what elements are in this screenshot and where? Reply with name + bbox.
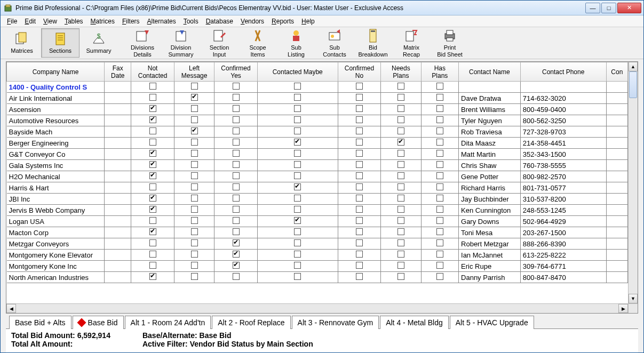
checkbox[interactable] [294,206,301,213]
checkbox[interactable] [356,239,363,246]
tab-alt-3-rennovate-gym[interactable]: Alt 3 - Rennovate Gym [292,316,379,329]
checkbox[interactable] [149,116,156,123]
contact-name-cell[interactable]: Ken Cunnington [459,205,521,216]
checkbox[interactable] [356,273,363,280]
checkbox[interactable] [191,139,198,146]
checkbox[interactable] [294,273,301,280]
checkbox[interactable] [191,206,198,213]
checkbox[interactable] [436,150,443,157]
contact-phone-cell[interactable]: 800-847-8470 [520,272,606,283]
checkbox[interactable] [397,94,404,101]
checkbox[interactable] [397,83,404,90]
minimize-button[interactable]: — [585,3,600,13]
checkbox[interactable] [149,150,156,157]
checkbox[interactable] [191,217,198,224]
column-header[interactable]: HasPlans [421,62,458,82]
contact-name-cell[interactable]: Richard Harris [459,182,521,194]
tab-base-bid-alts[interactable]: Base Bid + Alts [9,316,71,329]
checkbox[interactable] [294,217,301,224]
checkbox[interactable] [233,239,240,246]
checkbox[interactable] [294,150,301,157]
checkbox[interactable] [294,83,301,90]
checkbox[interactable] [356,251,363,258]
checkbox[interactable] [294,116,301,123]
checkbox[interactable] [356,127,363,134]
checkbox[interactable] [397,217,404,224]
checkbox[interactable] [397,183,404,190]
contact-name-cell[interactable]: Eric Rupe [459,261,521,272]
checkbox[interactable] [436,195,443,202]
tab-alt-4-metal-bldg[interactable]: Alt 4 - Metal Bldg [380,316,449,329]
toolbar-summary-button[interactable]: $Summary [79,28,118,58]
checkbox[interactable] [436,251,443,258]
column-header[interactable]: ConfirmedYes [214,62,257,82]
checkbox[interactable] [436,127,443,134]
checkbox[interactable] [233,183,240,190]
checkbox[interactable] [191,262,198,269]
checkbox[interactable] [397,161,404,168]
table-row[interactable]: G&T Conveyor CoMatt Martin352-343-1500 [7,149,628,160]
checkbox[interactable] [356,228,363,235]
checkbox[interactable] [191,239,198,246]
checkbox[interactable] [436,217,443,224]
checkbox[interactable] [191,195,198,202]
checkbox[interactable] [436,273,443,280]
contact-phone-cell[interactable]: 800-562-3250 [520,115,606,126]
checkbox[interactable] [191,172,198,179]
menu-tools[interactable]: Tools [180,17,202,26]
checkbox[interactable] [294,195,301,202]
checkbox[interactable] [149,83,156,90]
toolbar-divdetails-button[interactable]: DivisionsDetails [123,28,162,58]
checkbox[interactable] [356,150,363,157]
checkbox[interactable] [294,139,301,146]
menu-help[interactable]: Help [298,17,318,26]
menu-database[interactable]: Database [203,17,236,26]
checkbox[interactable] [149,139,156,146]
checkbox[interactable] [294,105,301,112]
checkbox[interactable] [356,116,363,123]
column-header[interactable]: Contact Phone [520,62,606,82]
checkbox[interactable] [233,105,240,112]
company-cell[interactable]: H2O Mechanical [7,171,105,182]
company-cell[interactable]: Ascension [7,104,105,115]
checkbox[interactable] [233,172,240,179]
checkbox[interactable] [233,161,240,168]
table-row[interactable]: AscensionBrent Williams800-459-0400 [7,104,628,115]
tab-base-bid[interactable]: Base Bid [73,316,124,329]
checkbox[interactable] [397,206,404,213]
table-row[interactable]: Jervis B Webb CompanyKen Cunnington248-5… [7,205,628,216]
contact-name-cell[interactable]: Gary Downs [459,216,521,227]
contact-name-cell[interactable]: Toni Mesa [459,227,521,238]
checkbox[interactable] [397,262,404,269]
checkbox[interactable] [397,228,404,235]
menu-alternates[interactable]: Alternates [144,17,179,26]
checkbox[interactable] [233,195,240,202]
checkbox[interactable] [436,239,443,246]
checkbox[interactable] [356,195,363,202]
checkbox[interactable] [233,228,240,235]
contact-phone-cell[interactable]: 800-982-2570 [520,171,606,182]
checkbox[interactable] [356,105,363,112]
vertical-scroll-thumb[interactable] [629,71,637,98]
checkbox[interactable] [397,251,404,258]
contact-phone-cell[interactable]: 727-328-9703 [520,126,606,138]
checkbox[interactable] [149,183,156,190]
contact-phone-cell[interactable]: 502-964-4929 [520,216,606,227]
section-header-cell[interactable]: 1400 - Quality Control S [7,82,105,93]
checkbox[interactable] [149,172,156,179]
table-row[interactable]: Macton CorpToni Mesa203-267-1500 [7,227,628,238]
checkbox[interactable] [356,262,363,269]
contact-name-cell[interactable]: Robert Metzgar [459,238,521,250]
tab-alt-5-hvac-upgrade[interactable]: Alt 5 - HVAC Upgrade [450,316,534,329]
checkbox[interactable] [436,105,443,112]
checkbox[interactable] [233,262,240,269]
company-cell[interactable]: Harris & Hart [7,182,105,194]
toolbar-bidbreak-button[interactable]: BidBreakdown [354,28,392,58]
checkbox[interactable] [149,239,156,246]
checkbox[interactable] [149,94,156,101]
contact-name-cell[interactable]: Matt Martin [459,149,521,160]
vertical-scrollbar[interactable]: ▲ ▼ [628,62,638,303]
checkbox[interactable] [436,94,443,101]
contact-name-cell[interactable]: Dave Dratwa [459,93,521,104]
company-cell[interactable]: North American Industries [7,272,105,283]
